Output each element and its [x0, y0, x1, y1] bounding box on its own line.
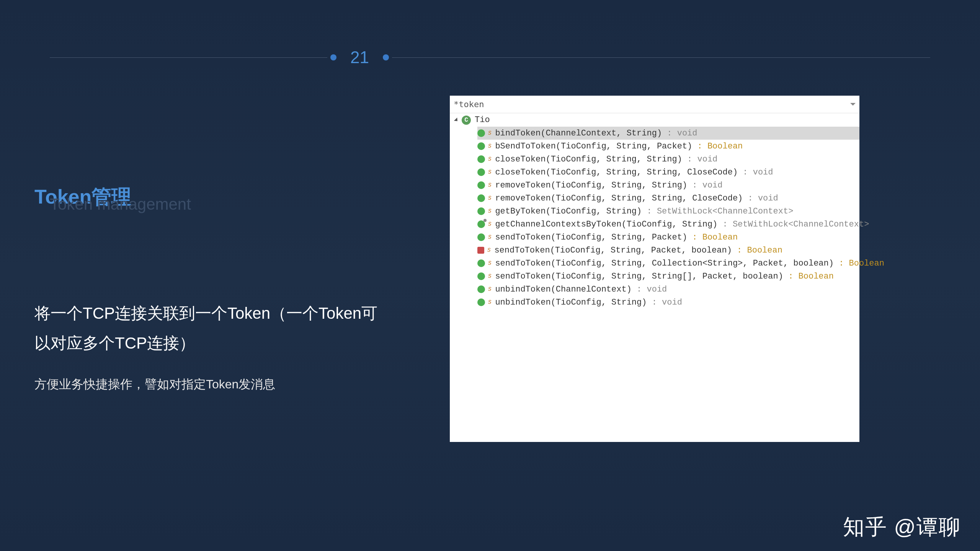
public-method-icon	[477, 129, 485, 137]
method-item[interactable]: SbSendToToken(TioConfig, String, Packet)…	[477, 140, 859, 153]
static-modifier-icon: S	[488, 130, 491, 136]
return-type: : SetWithLock<ChannelContext>	[647, 207, 793, 216]
public-method-icon	[477, 233, 485, 241]
static-modifier-icon: S	[488, 221, 491, 227]
method-item[interactable]: SsendToToken(TioConfig, String, Packet) …	[477, 231, 859, 244]
method-signature: getChannelContextsByToken(TioConfig, Str…	[495, 220, 869, 229]
public-method-icon	[477, 155, 485, 163]
divider-dot-right	[383, 54, 389, 60]
method-signature: getByToken(TioConfig, String) : SetWithL…	[495, 207, 793, 216]
public-method-icon	[477, 142, 485, 150]
method-list: SbindToken(ChannelContext, String) : voi…	[450, 127, 859, 309]
method-signature: bSendToToken(TioConfig, String, Packet) …	[495, 142, 743, 151]
method-signature: removeToken(TioConfig, String, String, C…	[495, 194, 778, 203]
method-item[interactable]: ScloseToken(TioConfig, String, String, C…	[477, 166, 859, 179]
method-item[interactable]: SsendToToken(TioConfig, String, Packet, …	[477, 244, 859, 257]
static-modifier-icon: S	[488, 273, 491, 279]
static-modifier-icon: S	[488, 286, 491, 292]
private-method-icon	[477, 247, 484, 254]
method-item[interactable]: SbindToken(ChannelContext, String) : voi…	[477, 127, 859, 140]
static-modifier-icon: S	[488, 195, 491, 201]
return-type: : Boolean	[839, 259, 884, 268]
public-method-icon	[477, 259, 485, 267]
description-primary: 将一个TCP连接关联到一个Token（一个Token可以对应多个TCP连接）	[34, 298, 379, 358]
return-type: : void	[692, 181, 722, 190]
public-method-icon	[477, 181, 485, 189]
return-type: : void	[687, 155, 717, 164]
method-signature: unbindToken(ChannelContext) : void	[495, 285, 667, 294]
static-modifier-icon: S	[487, 247, 490, 253]
class-icon: C	[462, 116, 471, 125]
method-signature: sendToToken(TioConfig, String, Packet) :…	[495, 233, 738, 242]
divider-dot-left	[330, 54, 336, 60]
static-modifier-icon: S	[488, 208, 491, 214]
divider-line-right	[392, 57, 930, 58]
method-item[interactable]: SgetByToken(TioConfig, String) : SetWith…	[477, 205, 859, 218]
watermark: 知乎 @谭聊	[843, 513, 961, 542]
class-tree-node[interactable]: C Tio	[450, 113, 859, 127]
return-type: : void	[743, 168, 773, 177]
class-name: Tio	[475, 115, 490, 125]
return-type: : Boolean	[737, 246, 782, 255]
ide-outline-panel: *token C Tio SbindToken(ChannelContext, …	[450, 96, 859, 442]
method-signature: unbindToken(TioConfig, String) : void	[495, 298, 682, 307]
return-type: : Boolean	[788, 272, 834, 281]
method-signature: sendToToken(TioConfig, String, String[],…	[495, 272, 834, 281]
left-text-block: Token management Token管理 将一个TCP连接关联到一个To…	[34, 184, 379, 393]
expand-arrow-icon[interactable]	[454, 117, 459, 122]
ide-search-bar[interactable]: *token	[450, 96, 859, 113]
public-method-icon	[477, 194, 485, 202]
static-modifier-icon: S	[488, 260, 491, 266]
public-method-icon	[477, 298, 485, 306]
return-type: : void	[667, 129, 697, 138]
method-signature: closeToken(TioConfig, String, String, Cl…	[495, 168, 773, 177]
method-item[interactable]: SremoveToken(TioConfig, String, String) …	[477, 179, 859, 192]
return-type: : Boolean	[697, 142, 743, 151]
public-method-icon	[477, 272, 485, 280]
subtitle: Token management	[50, 195, 191, 214]
method-signature: sendToToken(TioConfig, String, Packet, b…	[494, 246, 782, 255]
method-item[interactable]: SunbindToken(ChannelContext) : void	[477, 283, 859, 296]
static-modifier-icon: S	[488, 299, 491, 305]
method-item[interactable]: SunbindToken(TioConfig, String) : void	[477, 296, 859, 309]
static-modifier-icon: S	[488, 182, 491, 188]
return-type: : SetWithLock<ChannelContext>	[723, 220, 869, 229]
method-signature: removeToken(TioConfig, String, String) :…	[495, 181, 722, 190]
return-type: : Boolean	[692, 233, 738, 242]
return-type: : void	[652, 298, 682, 307]
description-secondary: 方便业务快捷操作，譬如对指定Token发消息	[34, 376, 379, 393]
top-divider: 21	[50, 54, 930, 61]
method-item[interactable]: SsendToToken(TioConfig, String, Collecti…	[477, 257, 859, 270]
return-type: : void	[637, 285, 667, 294]
method-signature: bindToken(ChannelContext, String) : void	[495, 129, 697, 138]
public-method-icon	[477, 207, 485, 215]
method-item[interactable]: SgetChannelContextsByToken(TioConfig, St…	[477, 218, 859, 231]
page-number: 21	[350, 48, 369, 67]
return-type: : void	[748, 194, 778, 203]
method-item[interactable]: SsendToToken(TioConfig, String, String[]…	[477, 270, 859, 283]
method-item[interactable]: ScloseToken(TioConfig, String, String) :…	[477, 153, 859, 166]
divider-line-left	[50, 57, 327, 58]
public-method-icon	[477, 168, 485, 176]
static-modifier-icon: S	[488, 169, 491, 175]
method-signature: closeToken(TioConfig, String, String) : …	[495, 155, 717, 164]
method-signature: sendToToken(TioConfig, String, Collectio…	[495, 259, 884, 268]
public-method-icon	[477, 285, 485, 293]
dropdown-arrow-icon[interactable]	[850, 103, 856, 106]
method-item[interactable]: SremoveToken(TioConfig, String, String, …	[477, 192, 859, 205]
package-method-icon	[477, 220, 485, 228]
search-input-text: *token	[454, 99, 850, 109]
static-modifier-icon: S	[488, 156, 491, 162]
static-modifier-icon: S	[488, 143, 491, 149]
static-modifier-icon: S	[488, 234, 491, 240]
